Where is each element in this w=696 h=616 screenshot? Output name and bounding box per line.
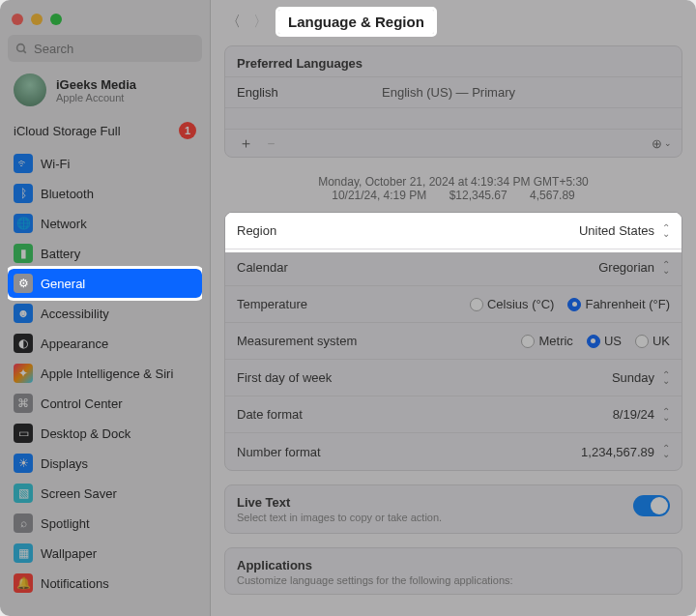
sidebar-item-label: Wallpaper [41,546,97,561]
temperature-fahrenheit-radio[interactable]: Fahrenheit (°F) [567,297,670,311]
radio-label: US [604,334,622,348]
add-language-button[interactable]: ＋ [235,133,256,153]
sidebar-item-notifications[interactable]: 🔔Notifications [8,569,202,598]
sidebar-item-label: Apple Intelligence & Siri [41,367,173,381]
sidebar-item-accessibility[interactable]: ☻Accessibility [8,299,202,328]
sidebar-item-bluetooth[interactable]: ᛒBluetooth [8,179,202,208]
sidebar-item-wifi[interactable]: ᯤWi-Fi [8,149,202,178]
numberformat-label: Number format [237,445,321,459]
temperature-celsius-radio[interactable]: Celsius (°C) [470,297,554,311]
preferred-languages-footer: ＋ － ⊕ ⌄ [225,129,682,157]
livetext-sub: Select text in images to copy or take ac… [237,512,442,523]
displays-icon: ☀ [14,454,33,473]
firstday-value[interactable]: Sunday⌃⌄ [612,370,670,385]
region-row[interactable]: Region United States ⌃⌄ [225,213,682,249]
storage-label: iCloud Storage Full [14,124,121,138]
livetext-title: Live Text [237,495,442,510]
firstday-value-text: Sunday [612,370,654,385]
updown-icon: ⌃⌄ [662,225,670,237]
sidebar-item-appearance[interactable]: ◐Appearance [8,329,202,358]
region-label: Region [237,223,276,238]
screensaver-icon: ▧ [14,484,33,503]
remove-language-button[interactable]: － [260,133,281,153]
bell-icon: 🔔 [14,573,33,593]
example-currency: $12,345.67 [450,189,508,202]
zoom-window-button[interactable] [50,14,62,25]
updown-icon: ⌃⌄ [662,409,670,421]
main-pane: 〈 〉 Language & Region Preferred Language… [211,0,696,616]
measurement-metric-radio[interactable]: Metric [521,334,572,348]
measurement-label: Measurement system [237,334,357,348]
sidebar-item-label: Notifications [41,576,109,591]
forward-button[interactable]: 〉 [251,14,269,31]
language-options-menu[interactable]: ⊕ ⌄ [652,136,672,151]
preferred-languages-header: Preferred Languages [225,46,682,76]
sidebar-item-screen-saver[interactable]: ▧Screen Saver [8,479,202,508]
sidebar-item-displays[interactable]: ☀Displays [8,449,202,478]
control-center-icon: ⌘ [14,394,33,413]
account-row[interactable]: iGeeks Media Apple Account [8,62,202,116]
spotlight-icon: ⌕ [14,513,33,533]
sidebar-item-general[interactable]: ⚙General [8,269,202,298]
sidebar-item-label: Bluetooth [41,187,94,201]
sidebar-item-spotlight[interactable]: ⌕Spotlight [8,509,202,538]
calendar-value[interactable]: Gregorian ⌃⌄ [598,260,670,275]
preferred-languages-card: Preferred Languages English English (US)… [224,45,682,158]
minimize-window-button[interactable] [31,14,43,25]
search-field[interactable] [8,35,202,62]
sidebar-item-network[interactable]: 🌐Network [8,209,202,238]
dateformat-label: Date format [237,407,303,422]
sidebar-item-control-center[interactable]: ⌘Control Center [8,389,202,418]
search-input[interactable] [34,42,194,56]
sidebar-item-desktop-dock[interactable]: ▭Desktop & Dock [8,419,202,448]
sidebar-item-label: General [41,277,85,291]
applications-title: Applications [237,558,670,572]
page-title: Language & Region [278,10,434,34]
sidebar-item-battery[interactable]: ▮Battery [8,239,202,268]
wallpaper-icon: ▦ [14,543,33,563]
account-sub: Apple Account [56,92,136,103]
dateformat-row[interactable]: Date format 8/19/24⌃⌄ [225,396,682,433]
network-icon: 🌐 [14,214,33,233]
sidebar-item-label: Network [41,217,87,231]
sidebar-item-label: Control Center [41,396,123,411]
content: Preferred Languages English English (US)… [211,40,696,604]
numberformat-row[interactable]: Number format 1,234,567.89⌃⌄ [225,433,682,470]
bluetooth-icon: ᛒ [14,184,33,203]
firstday-row[interactable]: First day of week Sunday⌃⌄ [225,360,682,396]
chevron-down-icon: ⌄ [664,138,672,148]
titlebar: 〈 〉 Language & Region [211,0,696,40]
calendar-value-text: Gregorian [598,260,654,275]
measurement-uk-radio[interactable]: UK [635,334,670,348]
sidebar-item-label: Battery [41,247,80,261]
region-value-text: United States [579,223,654,238]
measurement-us-radio[interactable]: US [587,334,622,348]
dateformat-value[interactable]: 8/19/24⌃⌄ [613,407,670,422]
measurement-row: Measurement system Metric US UK [225,323,682,360]
numberformat-value[interactable]: 1,234,567.89⌃⌄ [581,445,670,459]
sidebar-item-siri[interactable]: ✦Apple Intelligence & Siri [8,359,202,388]
calendar-label: Calendar [237,260,288,275]
updown-icon: ⌃⌄ [662,262,670,274]
radio-label: UK [652,334,670,348]
livetext-toggle[interactable] [633,495,670,516]
example-line1: Monday, October 21, 2024 at 4:19:34 PM G… [224,175,682,189]
close-window-button[interactable] [12,14,23,25]
battery-icon: ▮ [14,244,33,263]
icloud-storage-row[interactable]: iCloud Storage Full 1 [8,116,202,149]
radio-label: Celsius (°C) [487,297,554,311]
back-button[interactable]: 〈 [224,14,242,31]
sidebar-item-label: Displays [41,456,88,471]
sidebar-item-label: Appearance [41,337,108,351]
sidebar-item-wallpaper[interactable]: ▦Wallpaper [8,539,202,568]
applications-card: Applications Customize language settings… [224,547,682,595]
dateformat-value-text: 8/19/24 [613,407,654,422]
siri-icon: ✦ [14,364,33,383]
language-row[interactable]: English English (US) — Primary [225,76,682,107]
region-value[interactable]: United States ⌃⌄ [579,223,670,238]
format-example: Monday, October 21, 2024 at 4:19:34 PM G… [224,169,682,212]
updown-icon: ⌃⌄ [662,372,670,384]
calendar-row[interactable]: Calendar Gregorian ⌃⌄ [225,249,682,286]
temperature-row: Temperature Celsius (°C) Fahrenheit (°F) [225,286,682,323]
updown-icon: ⌃⌄ [662,446,670,457]
